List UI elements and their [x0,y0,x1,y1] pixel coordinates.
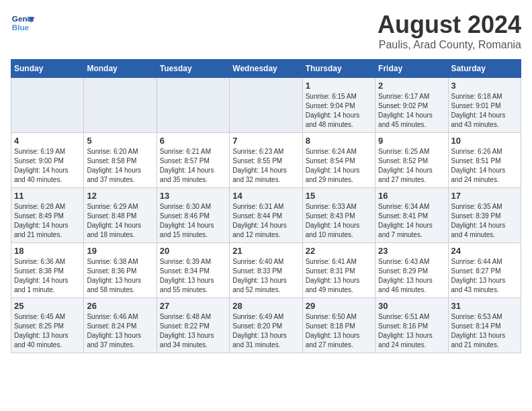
day-info: Sunrise: 6:33 AM Sunset: 8:43 PM Dayligh… [306,202,372,240]
day-info: Sunrise: 6:46 AM Sunset: 8:24 PM Dayligh… [87,312,153,350]
calendar-cell: 29Sunrise: 6:50 AM Sunset: 8:18 PM Dayli… [302,298,375,353]
calendar-cell: 16Sunrise: 6:34 AM Sunset: 8:41 PM Dayli… [375,188,448,243]
day-info: Sunrise: 6:34 AM Sunset: 8:41 PM Dayligh… [378,202,445,240]
calendar-cell: 7Sunrise: 6:23 AM Sunset: 8:55 PM Daylig… [230,133,302,188]
day-number: 27 [160,301,226,311]
calendar-cell: 17Sunrise: 6:35 AM Sunset: 8:39 PM Dayli… [448,188,521,243]
day-number: 8 [306,136,372,146]
day-number: 30 [378,301,445,311]
day-number: 23 [378,246,445,256]
day-number: 21 [232,246,299,256]
calendar-cell [230,78,302,133]
calendar-cell [11,78,84,133]
calendar-cell: 26Sunrise: 6:46 AM Sunset: 8:24 PM Dayli… [84,298,157,353]
calendar-week-row: 4Sunrise: 6:19 AM Sunset: 9:00 PM Daylig… [11,133,521,188]
day-info: Sunrise: 6:25 AM Sunset: 8:52 PM Dayligh… [378,147,445,185]
calendar-cell: 27Sunrise: 6:48 AM Sunset: 8:22 PM Dayli… [157,298,229,353]
day-info: Sunrise: 6:51 AM Sunset: 8:16 PM Dayligh… [378,312,445,350]
calendar-week-row: 18Sunrise: 6:36 AM Sunset: 8:38 PM Dayli… [11,243,521,298]
weekday-header-tuesday: Tuesday [157,60,229,78]
calendar-cell: 10Sunrise: 6:26 AM Sunset: 8:51 PM Dayli… [448,133,521,188]
calendar-cell: 28Sunrise: 6:49 AM Sunset: 8:20 PM Dayli… [230,298,302,353]
day-info: Sunrise: 6:49 AM Sunset: 8:20 PM Dayligh… [232,312,299,350]
day-info: Sunrise: 6:43 AM Sunset: 8:29 PM Dayligh… [378,257,445,295]
day-number: 5 [87,136,153,146]
day-number: 12 [87,191,153,201]
calendar-cell: 9Sunrise: 6:25 AM Sunset: 8:52 PM Daylig… [375,133,448,188]
day-info: Sunrise: 6:23 AM Sunset: 8:55 PM Dayligh… [232,147,299,185]
day-number: 2 [378,81,445,91]
day-number: 18 [14,246,81,256]
day-number: 13 [160,191,226,201]
logo: General Blue [11,11,35,35]
location: Paulis, Arad County, Romania [378,39,521,51]
day-info: Sunrise: 6:35 AM Sunset: 8:39 PM Dayligh… [451,202,518,240]
calendar-cell: 25Sunrise: 6:45 AM Sunset: 8:25 PM Dayli… [11,298,84,353]
day-number: 24 [451,246,518,256]
calendar-cell: 23Sunrise: 6:43 AM Sunset: 8:29 PM Dayli… [375,243,448,298]
day-info: Sunrise: 6:29 AM Sunset: 8:48 PM Dayligh… [87,202,153,240]
calendar-cell: 15Sunrise: 6:33 AM Sunset: 8:43 PM Dayli… [302,188,375,243]
day-info: Sunrise: 6:15 AM Sunset: 9:04 PM Dayligh… [306,92,372,130]
calendar-cell: 21Sunrise: 6:40 AM Sunset: 8:33 PM Dayli… [230,243,302,298]
day-number: 15 [306,191,372,201]
weekday-header-wednesday: Wednesday [230,60,302,78]
day-number: 3 [451,81,518,91]
day-number: 16 [378,191,445,201]
calendar-cell: 24Sunrise: 6:44 AM Sunset: 8:27 PM Dayli… [448,243,521,298]
calendar-cell: 31Sunrise: 6:53 AM Sunset: 8:14 PM Dayli… [448,298,521,353]
calendar-cell: 6Sunrise: 6:21 AM Sunset: 8:57 PM Daylig… [157,133,229,188]
calendar-cell: 19Sunrise: 6:38 AM Sunset: 8:36 PM Dayli… [84,243,157,298]
day-info: Sunrise: 6:50 AM Sunset: 8:18 PM Dayligh… [306,312,372,350]
calendar-cell: 20Sunrise: 6:39 AM Sunset: 8:34 PM Dayli… [157,243,229,298]
day-info: Sunrise: 6:41 AM Sunset: 8:31 PM Dayligh… [306,257,372,295]
calendar-table: SundayMondayTuesdayWednesdayThursdayFrid… [11,59,521,353]
day-number: 1 [306,81,372,91]
day-number: 9 [378,136,445,146]
day-number: 11 [14,191,81,201]
day-number: 17 [451,191,518,201]
calendar-cell: 12Sunrise: 6:29 AM Sunset: 8:48 PM Dayli… [84,188,157,243]
calendar-week-row: 1Sunrise: 6:15 AM Sunset: 9:04 PM Daylig… [11,78,521,133]
calendar-cell: 18Sunrise: 6:36 AM Sunset: 8:38 PM Dayli… [11,243,84,298]
day-info: Sunrise: 6:44 AM Sunset: 8:27 PM Dayligh… [451,257,518,295]
calendar-cell: 4Sunrise: 6:19 AM Sunset: 9:00 PM Daylig… [11,133,84,188]
calendar-cell: 1Sunrise: 6:15 AM Sunset: 9:04 PM Daylig… [302,78,375,133]
day-number: 10 [451,136,518,146]
day-info: Sunrise: 6:19 AM Sunset: 9:00 PM Dayligh… [14,147,81,185]
day-number: 26 [87,301,153,311]
day-info: Sunrise: 6:18 AM Sunset: 9:01 PM Dayligh… [451,92,518,130]
day-info: Sunrise: 6:48 AM Sunset: 8:22 PM Dayligh… [160,312,226,350]
day-info: Sunrise: 6:24 AM Sunset: 8:54 PM Dayligh… [306,147,372,185]
title-area: August 2024 Paulis, Arad County, Romania [378,11,521,51]
weekday-header-sunday: Sunday [11,60,84,78]
day-number: 22 [306,246,372,256]
svg-text:Blue: Blue [12,23,30,32]
day-number: 6 [160,136,226,146]
calendar-cell: 30Sunrise: 6:51 AM Sunset: 8:16 PM Dayli… [375,298,448,353]
day-number: 4 [14,136,81,146]
day-number: 19 [87,246,153,256]
calendar-cell: 14Sunrise: 6:31 AM Sunset: 8:44 PM Dayli… [230,188,302,243]
day-info: Sunrise: 6:38 AM Sunset: 8:36 PM Dayligh… [87,257,153,295]
weekday-header-saturday: Saturday [448,60,521,78]
day-info: Sunrise: 6:53 AM Sunset: 8:14 PM Dayligh… [451,312,518,350]
calendar-week-row: 11Sunrise: 6:28 AM Sunset: 8:49 PM Dayli… [11,188,521,243]
day-number: 31 [451,301,518,311]
weekday-header-friday: Friday [375,60,448,78]
weekday-header-monday: Monday [84,60,157,78]
day-number: 29 [306,301,372,311]
day-number: 28 [232,301,299,311]
calendar-cell: 8Sunrise: 6:24 AM Sunset: 8:54 PM Daylig… [302,133,375,188]
day-info: Sunrise: 6:45 AM Sunset: 8:25 PM Dayligh… [14,312,81,350]
calendar-cell: 3Sunrise: 6:18 AM Sunset: 9:01 PM Daylig… [448,78,521,133]
day-info: Sunrise: 6:28 AM Sunset: 8:49 PM Dayligh… [14,202,81,240]
calendar-cell [84,78,157,133]
day-info: Sunrise: 6:36 AM Sunset: 8:38 PM Dayligh… [14,257,81,295]
day-number: 7 [232,136,299,146]
weekday-header-thursday: Thursday [302,60,375,78]
day-number: 20 [160,246,226,256]
day-info: Sunrise: 6:30 AM Sunset: 8:46 PM Dayligh… [160,202,226,240]
day-number: 14 [232,191,299,201]
logo-icon: General Blue [11,11,35,35]
